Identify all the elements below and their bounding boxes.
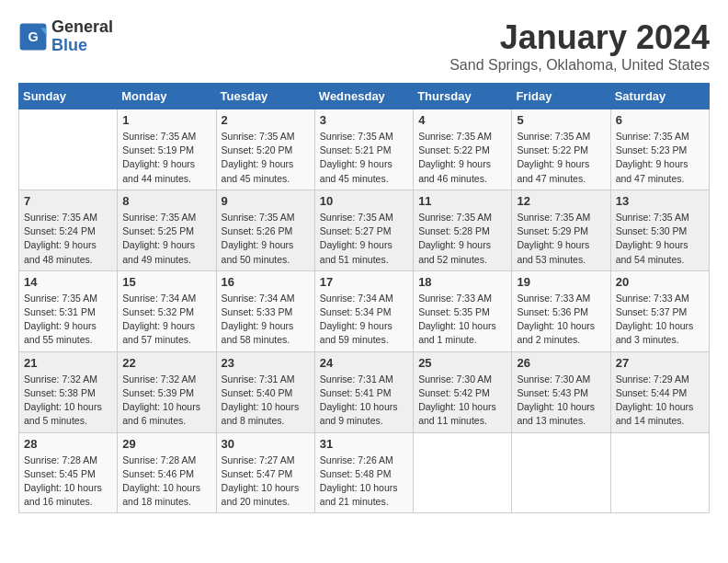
day-number: 26 [517,356,605,370]
day-info: Sunrise: 7:35 AMSunset: 5:23 PMDaylight:… [616,130,704,186]
day-info: Sunrise: 7:35 AMSunset: 5:26 PMDaylight:… [222,211,310,267]
day-info: Sunrise: 7:32 AMSunset: 5:38 PMDaylight:… [24,373,112,429]
day-number: 27 [616,356,704,370]
day-info: Sunrise: 7:34 AMSunset: 5:32 PMDaylight:… [122,292,210,348]
day-info: Sunrise: 7:35 AMSunset: 5:22 PMDaylight:… [517,130,605,186]
weekday-header: Sunday [19,84,118,109]
day-info: Sunrise: 7:33 AMSunset: 5:36 PMDaylight:… [517,292,605,348]
day-info: Sunrise: 7:33 AMSunset: 5:37 PMDaylight:… [616,292,704,348]
calendar-day-cell: 18Sunrise: 7:33 AMSunset: 5:35 PMDayligh… [414,270,512,351]
calendar-day-cell: 11Sunrise: 7:35 AMSunset: 5:28 PMDayligh… [414,190,512,270]
title-block: January 2024 Sand Springs, Oklahoma, Uni… [449,18,710,74]
calendar-day-cell: 14Sunrise: 7:35 AMSunset: 5:31 PMDayligh… [19,270,118,351]
logo-general: General [51,18,113,37]
day-info: Sunrise: 7:32 AMSunset: 5:39 PMDaylight:… [122,373,210,429]
day-number: 23 [222,356,310,370]
day-info: Sunrise: 7:35 AMSunset: 5:30 PMDaylight:… [616,211,704,267]
calendar-day-cell: 20Sunrise: 7:33 AMSunset: 5:37 PMDayligh… [610,270,709,351]
day-info: Sunrise: 7:28 AMSunset: 5:46 PMDaylight:… [122,454,210,510]
calendar-day-cell: 17Sunrise: 7:34 AMSunset: 5:34 PMDayligh… [314,270,413,351]
day-number: 9 [222,194,310,208]
title-location: Sand Springs, Oklahoma, United States [449,57,710,74]
day-info: Sunrise: 7:35 AMSunset: 5:27 PMDaylight:… [320,211,408,267]
svg-text:G: G [28,29,38,44]
calendar-day-cell: 29Sunrise: 7:28 AMSunset: 5:46 PMDayligh… [118,432,216,513]
day-number: 2 [222,113,310,127]
day-info: Sunrise: 7:27 AMSunset: 5:47 PMDaylight:… [222,454,310,510]
logo-text: General Blue [51,18,113,55]
calendar-week-row: 1Sunrise: 7:35 AMSunset: 5:19 PMDaylight… [19,109,710,190]
calendar-day-cell: 28Sunrise: 7:28 AMSunset: 5:45 PMDayligh… [19,432,118,513]
day-number: 12 [517,194,605,208]
calendar-day-cell: 6Sunrise: 7:35 AMSunset: 5:23 PMDaylight… [610,109,709,190]
calendar-week-row: 21Sunrise: 7:32 AMSunset: 5:38 PMDayligh… [19,351,710,432]
day-info: Sunrise: 7:34 AMSunset: 5:34 PMDaylight:… [320,292,408,348]
day-info: Sunrise: 7:35 AMSunset: 5:24 PMDaylight:… [24,211,112,267]
day-number: 19 [517,275,605,289]
calendar-day-cell: 5Sunrise: 7:35 AMSunset: 5:22 PMDaylight… [512,109,610,190]
calendar-day-cell: 2Sunrise: 7:35 AMSunset: 5:20 PMDaylight… [216,109,314,190]
day-info: Sunrise: 7:34 AMSunset: 5:33 PMDaylight:… [222,292,310,348]
day-info: Sunrise: 7:35 AMSunset: 5:28 PMDaylight:… [418,211,506,267]
calendar-week-row: 14Sunrise: 7:35 AMSunset: 5:31 PMDayligh… [19,270,710,351]
day-info: Sunrise: 7:28 AMSunset: 5:45 PMDaylight:… [24,454,112,510]
calendar-day-cell: 8Sunrise: 7:35 AMSunset: 5:25 PMDaylight… [118,190,216,270]
day-number: 14 [24,275,112,289]
day-number: 20 [616,275,704,289]
day-info: Sunrise: 7:35 AMSunset: 5:20 PMDaylight:… [222,130,310,186]
weekday-header: Thursday [414,84,512,109]
calendar-day-cell: 23Sunrise: 7:31 AMSunset: 5:40 PMDayligh… [216,351,314,432]
day-number: 17 [320,275,408,289]
weekday-header: Monday [118,84,216,109]
calendar-day-cell: 12Sunrise: 7:35 AMSunset: 5:29 PMDayligh… [512,190,610,270]
day-number: 13 [616,194,704,208]
calendar-day-cell: 15Sunrise: 7:34 AMSunset: 5:32 PMDayligh… [118,270,216,351]
calendar-day-cell: 3Sunrise: 7:35 AMSunset: 5:21 PMDaylight… [314,109,413,190]
calendar-body: 1Sunrise: 7:35 AMSunset: 5:19 PMDaylight… [19,109,710,513]
day-number: 6 [616,113,704,127]
calendar-day-cell: 24Sunrise: 7:31 AMSunset: 5:41 PMDayligh… [314,351,413,432]
day-number: 22 [122,356,210,370]
calendar-day-cell: 26Sunrise: 7:30 AMSunset: 5:43 PMDayligh… [512,351,610,432]
day-number: 7 [24,194,112,208]
day-number: 3 [320,113,408,127]
calendar-day-cell [19,109,118,190]
day-number: 1 [122,113,210,127]
calendar-day-cell: 25Sunrise: 7:30 AMSunset: 5:42 PMDayligh… [414,351,512,432]
day-info: Sunrise: 7:30 AMSunset: 5:42 PMDaylight:… [418,373,506,429]
day-info: Sunrise: 7:35 AMSunset: 5:19 PMDaylight:… [122,130,210,186]
day-number: 24 [320,356,408,370]
page-header: G General Blue January 2024 Sand Springs… [18,18,710,74]
calendar-day-cell: 21Sunrise: 7:32 AMSunset: 5:38 PMDayligh… [19,351,118,432]
day-number: 11 [418,194,506,208]
day-number: 16 [222,275,310,289]
weekday-header: Friday [512,84,610,109]
calendar-day-cell: 30Sunrise: 7:27 AMSunset: 5:47 PMDayligh… [216,432,314,513]
day-info: Sunrise: 7:26 AMSunset: 5:48 PMDaylight:… [320,454,408,510]
calendar-day-cell: 4Sunrise: 7:35 AMSunset: 5:22 PMDaylight… [414,109,512,190]
calendar-week-row: 28Sunrise: 7:28 AMSunset: 5:45 PMDayligh… [19,432,710,513]
logo-icon: G [18,22,48,52]
logo: G General Blue [18,18,113,55]
day-info: Sunrise: 7:29 AMSunset: 5:44 PMDaylight:… [616,373,704,429]
day-info: Sunrise: 7:33 AMSunset: 5:35 PMDaylight:… [418,292,506,348]
day-number: 29 [122,437,210,451]
weekday-header: Wednesday [314,84,413,109]
calendar-day-cell [512,432,610,513]
weekday-header: Saturday [610,84,709,109]
calendar-day-cell: 27Sunrise: 7:29 AMSunset: 5:44 PMDayligh… [610,351,709,432]
day-number: 21 [24,356,112,370]
day-number: 4 [418,113,506,127]
calendar-day-cell [610,432,709,513]
day-info: Sunrise: 7:35 AMSunset: 5:31 PMDaylight:… [24,292,112,348]
day-info: Sunrise: 7:35 AMSunset: 5:25 PMDaylight:… [122,211,210,267]
day-number: 10 [320,194,408,208]
calendar-day-cell [414,432,512,513]
day-info: Sunrise: 7:35 AMSunset: 5:22 PMDaylight:… [418,130,506,186]
calendar-week-row: 7Sunrise: 7:35 AMSunset: 5:24 PMDaylight… [19,190,710,270]
day-number: 30 [222,437,310,451]
day-number: 8 [122,194,210,208]
calendar-day-cell: 9Sunrise: 7:35 AMSunset: 5:26 PMDaylight… [216,190,314,270]
day-number: 31 [320,437,408,451]
calendar-day-cell: 10Sunrise: 7:35 AMSunset: 5:27 PMDayligh… [314,190,413,270]
